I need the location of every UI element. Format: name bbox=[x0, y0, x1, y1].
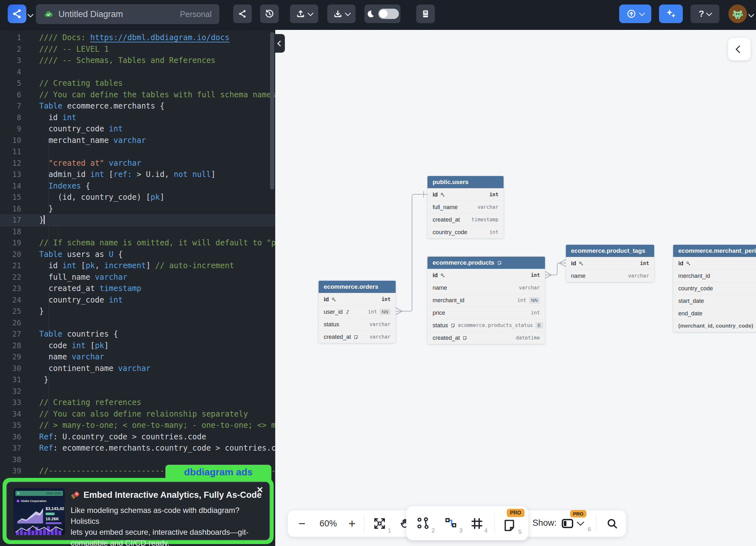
code-line-7[interactable]: 7Table ecommerce.merchants { bbox=[0, 101, 275, 112]
help-button[interactable]: ? bbox=[690, 4, 719, 23]
code-line-29[interactable]: 29 name varchar bbox=[0, 351, 275, 363]
code-line-20[interactable]: 20Table users as U { bbox=[0, 249, 275, 260]
show-fields-button[interactable] bbox=[560, 516, 575, 531]
table-field-merchant_id[interactable]: merchant_idintNN bbox=[427, 294, 545, 306]
db-table-ecommerce.products[interactable]: ecommerce.productsidintnamevarcharmercha… bbox=[427, 257, 545, 344]
table-header[interactable]: ecommerce.product_tags bbox=[566, 245, 654, 257]
table-header[interactable]: ecommerce.merchant_periods bbox=[673, 245, 756, 257]
table-header[interactable]: ecommerce.products bbox=[427, 257, 545, 269]
table-field-name[interactable]: namevarchar bbox=[427, 281, 545, 294]
editor-collapse-tab[interactable] bbox=[275, 34, 285, 53]
code-line-2[interactable]: 2//// -- LEVEL 1 bbox=[0, 44, 275, 55]
code-line-24[interactable]: 24 country_code int bbox=[0, 295, 275, 306]
code-line-30[interactable]: 30 continent_name varchar bbox=[0, 363, 275, 374]
db-table-public.users[interactable]: public.usersidintfull_namevarcharcreated… bbox=[427, 176, 504, 238]
logo-caret-icon[interactable] bbox=[27, 11, 34, 18]
table-field-end_date[interactable]: end_datedate bbox=[673, 307, 756, 320]
table-field-name[interactable]: namevarchar bbox=[566, 269, 654, 282]
code-line-15[interactable]: 15 (id, country_code) [pk] bbox=[0, 192, 275, 203]
code-line-17[interactable]: 17} bbox=[0, 215, 275, 226]
code-line-3[interactable]: 3//// -- Schemas, Tables and References bbox=[0, 55, 275, 66]
code-line-4[interactable]: 4 bbox=[0, 66, 275, 78]
code-line-27[interactable]: 27Table countries { bbox=[0, 329, 275, 340]
db-table-ecommerce.merchant_periods[interactable]: ecommerce.merchant_periodsidintmerchant_… bbox=[673, 245, 756, 332]
code-line-31[interactable]: 31 } bbox=[0, 374, 275, 386]
app-logo-button[interactable] bbox=[8, 4, 26, 23]
diagram-canvas[interactable]: public.usersidintfull_namevarcharcreated… bbox=[275, 30, 756, 546]
sticky-note-button[interactable] bbox=[502, 518, 517, 533]
code-line-6[interactable]: 6// You can define the tables with full … bbox=[0, 89, 275, 101]
code-line-12[interactable]: 12 "created at" varchar bbox=[0, 158, 275, 169]
ad-banner[interactable]: Globe Corporation $3,143,42 10.26K bbox=[3, 478, 274, 544]
table-field-created_at[interactable]: created_atdatetime bbox=[427, 331, 545, 344]
auto-arrange-button[interactable] bbox=[416, 516, 431, 531]
zoom-level[interactable]: 60% bbox=[313, 516, 344, 531]
table-field-merchant_id[interactable]: merchant_id bbox=[673, 269, 756, 282]
code-line-13[interactable]: 13 admin_id int [ref: > U.id, not null] bbox=[0, 169, 275, 181]
code-line-32[interactable]: 32 bbox=[0, 386, 275, 397]
code-line-38[interactable]: 38 bbox=[0, 454, 275, 466]
code-line-26[interactable]: 26 bbox=[0, 317, 275, 329]
relationship-1-foot[interactable] bbox=[545, 271, 551, 278]
code-line-19[interactable]: 19// If schema name is omitted, it will … bbox=[0, 237, 275, 249]
table-field-country_code[interactable]: country_code bbox=[673, 282, 756, 295]
search-button[interactable] bbox=[604, 516, 620, 531]
dark-mode-toggle[interactable] bbox=[378, 9, 399, 19]
table-field-start_date[interactable]: start_datedate bbox=[673, 295, 756, 307]
table-field-price[interactable]: priceint bbox=[427, 306, 545, 319]
code-line-14[interactable]: 14 Indexes { bbox=[0, 181, 275, 192]
code-line-8[interactable]: 8 id int bbox=[0, 112, 275, 124]
table-field-id[interactable]: idint bbox=[427, 188, 504, 201]
table-field-created_at[interactable]: created_attimestamp bbox=[427, 213, 504, 226]
code-line-18[interactable]: 18 bbox=[0, 226, 275, 238]
table-field-id[interactable]: idint bbox=[427, 269, 545, 281]
publish-button[interactable] bbox=[619, 4, 651, 23]
ad-title-row[interactable]: Embed Interactive Analytics, Fully As-Co… bbox=[71, 490, 262, 500]
relationship-1-foot2[interactable] bbox=[559, 260, 566, 267]
code-line-10[interactable]: 10 merchant_name varchar bbox=[0, 135, 275, 146]
share-button[interactable] bbox=[233, 4, 252, 23]
ad-close-button[interactable]: ✕ bbox=[256, 485, 263, 495]
code-line-9[interactable]: 9 country_code int bbox=[0, 123, 275, 135]
table-field-created_at[interactable]: created_atvarchar bbox=[319, 330, 396, 343]
code-line-22[interactable]: 22 full_name varchar bbox=[0, 272, 275, 283]
frame-tool-button[interactable] bbox=[470, 516, 484, 531]
code-line-16[interactable]: 16 } bbox=[0, 203, 275, 215]
relationship-style-button[interactable] bbox=[443, 516, 459, 531]
table-field-full_name[interactable]: full_namevarchar bbox=[427, 201, 504, 213]
canvas-panel-collapse-button[interactable] bbox=[728, 38, 751, 60]
code-line-5[interactable]: 5// Creating tables bbox=[0, 78, 275, 89]
db-table-ecommerce.orders[interactable]: ecommerce.ordersidintuser_idintNNstatusv… bbox=[319, 281, 396, 343]
diagram-title[interactable]: Untitled Diagram bbox=[58, 9, 123, 19]
relationship-1-path[interactable] bbox=[551, 263, 559, 275]
export-button[interactable] bbox=[327, 4, 356, 23]
code-line-21[interactable]: 21 id int [pk, increment] // auto-increm… bbox=[0, 260, 275, 272]
zoom-out-button[interactable]: − bbox=[294, 516, 310, 531]
table-field-country_code[interactable]: country_codeint bbox=[427, 226, 504, 238]
table-field-user_id[interactable]: user_idintNN bbox=[319, 305, 396, 318]
table-header[interactable]: public.users bbox=[427, 176, 504, 188]
table-field-status[interactable]: statusvarchar bbox=[319, 318, 396, 330]
code-line-25[interactable]: 25} bbox=[0, 306, 275, 317]
code-line-23[interactable]: 23 created_at timestamp bbox=[0, 283, 275, 295]
zoom-in-button[interactable]: + bbox=[344, 516, 360, 531]
import-button[interactable] bbox=[290, 4, 318, 23]
code-line-36[interactable]: 36Ref: U.country_code > countries.code bbox=[0, 431, 275, 443]
ad-card[interactable]: Globe Corporation $3,143,42 10.26K bbox=[6, 482, 270, 540]
relationship-0-foot[interactable] bbox=[396, 308, 402, 315]
diagram-title-field[interactable]: Untitled Diagram Personal bbox=[36, 4, 219, 24]
code-line-35[interactable]: 35// > many-to-one; < one-to-many; - one… bbox=[0, 420, 275, 431]
ai-assistant-button[interactable] bbox=[659, 4, 683, 23]
fit-to-screen-button[interactable] bbox=[372, 516, 387, 531]
table-field-(merchant_id, country_code)[interactable]: (merchant_id, country_code) bbox=[673, 320, 756, 332]
code-line-28[interactable]: 28 code int [pk] bbox=[0, 340, 275, 352]
table-field-id[interactable]: idint bbox=[566, 257, 654, 269]
table-header[interactable]: ecommerce.orders bbox=[319, 281, 396, 293]
relationship-0-path[interactable] bbox=[402, 194, 427, 311]
code-line-11[interactable]: 11 bbox=[0, 146, 275, 158]
docs-button[interactable] bbox=[416, 4, 435, 23]
table-field-id[interactable]: idint bbox=[319, 293, 396, 305]
history-button[interactable] bbox=[260, 4, 279, 23]
code-line-34[interactable]: 34// You can also define relaionship sep… bbox=[0, 409, 275, 420]
code-line-1[interactable]: 1//// Docs: https://dbml.dbdiagram.io/do… bbox=[0, 32, 275, 44]
